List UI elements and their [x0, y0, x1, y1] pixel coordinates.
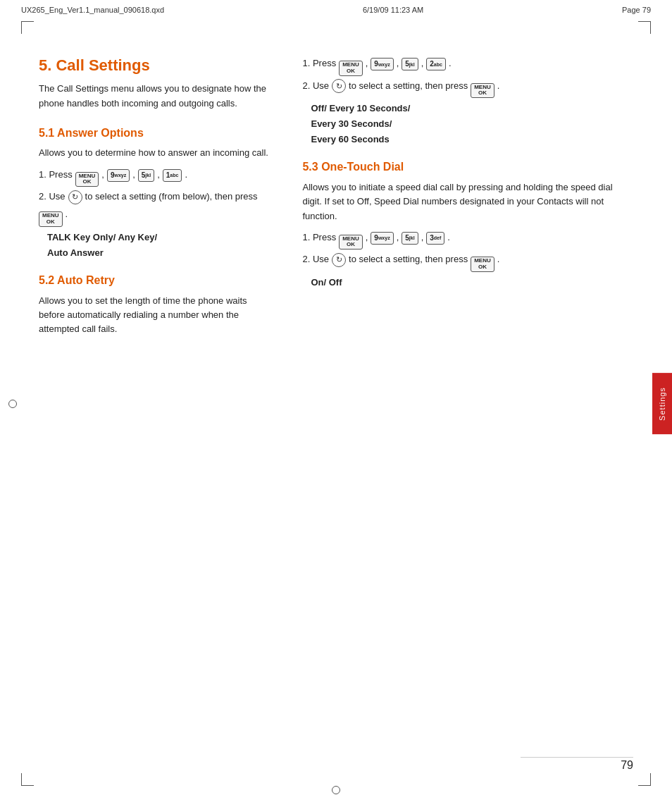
- comma2: ,: [132, 168, 135, 183]
- key-menu-ok-2: MENUOK: [39, 211, 63, 227]
- settings-tab-label: Settings: [658, 387, 666, 421]
- section-5-3-step2: 2. Use ↻ to select a setting, then press…: [302, 252, 633, 272]
- key-menu-ok-5: MENUOK: [339, 235, 363, 250]
- section-5-1-step1: 1. Press MENUOK , 9wxyz , 5jkl , 1abc .: [39, 168, 274, 187]
- key-menu-ok-4: MENUOK: [471, 83, 494, 99]
- section-5-3: 5.3 One-Touch Dial Allows you to initiat…: [302, 160, 633, 290]
- arrow-icon-1: ↻: [68, 190, 82, 204]
- step1-num-5-3: 1. Press: [302, 230, 336, 245]
- header-date: 6/19/09 11:23 AM: [363, 6, 423, 14]
- section-5-2-body: Allows you to set the length of time the…: [39, 294, 274, 336]
- key-menu-ok-3: MENUOK: [339, 61, 363, 76]
- comma-5-3-1: ,: [366, 230, 368, 245]
- comma1: ,: [101, 168, 104, 183]
- section-5-3-body: Allows you to initiate a speed dial call…: [302, 180, 633, 223]
- period-5-3-1: .: [447, 230, 450, 245]
- main-description: The Call Settings menu allows you to des…: [39, 82, 274, 110]
- left-column: 5. Call Settings The Call Settings menu …: [39, 56, 288, 751]
- section-5-2-steps: 1. Press MENUOK , 9wxyz , 5jkl , 2abc . …: [302, 56, 633, 147]
- period1: .: [185, 168, 187, 183]
- header-bar: UX265_Eng_Ver1.1_manual_090618.qxd 6/19/…: [21, 6, 651, 14]
- key-3def-1: 3def: [426, 232, 444, 245]
- step2-text: to select a setting (from below), then p…: [85, 190, 258, 204]
- bottom-separator: [521, 757, 633, 758]
- section-5-3-step1: 1. Press MENUOK , 9wxyz , 5jkl , 3def .: [302, 230, 633, 250]
- section-5-3-title: 5.3 One-Touch Dial: [302, 160, 633, 175]
- key-9wxyz-3: 9wxyz: [371, 232, 393, 245]
- section-5-1-title: 5.1 Answer Options: [39, 126, 274, 141]
- content-area: 5. Call Settings The Call Settings menu …: [39, 56, 633, 751]
- header-filename: UX265_Eng_Ver1.1_manual_090618.qxd: [21, 6, 164, 14]
- key-1abc-1: 1abc: [163, 169, 182, 182]
- comma-r3: ,: [421, 56, 424, 71]
- section-5-2-step1: 1. Press MENUOK , 9wxyz , 5jkl , 2abc .: [302, 56, 633, 76]
- period-5-3-2: .: [497, 252, 500, 267]
- section-5-1: 5.1 Answer Options Allows you to determi…: [39, 126, 274, 261]
- comma-r1: ,: [366, 56, 368, 71]
- comma-r2: ,: [397, 56, 399, 71]
- arrow-icon-2: ↻: [332, 79, 346, 93]
- step2-num: 2. Use: [39, 190, 66, 204]
- comma-5-3-2: ,: [397, 230, 399, 245]
- period-r2: .: [497, 79, 500, 94]
- key-9wxyz-1: 9wxyz: [107, 169, 130, 182]
- corner-mark-tr: [638, 21, 651, 34]
- corner-mark-br: [638, 773, 651, 786]
- right-column: 1. Press MENUOK , 9wxyz , 5jkl , 2abc . …: [288, 56, 633, 751]
- key-menu-ok-6: MENUOK: [471, 257, 494, 272]
- registration-mark-left: [8, 400, 17, 408]
- section-5-2-options: Off/ Every 10 Seconds/Every 30 Seconds/E…: [302, 101, 633, 147]
- section-5-1-step2: 2. Use ↻ to select a setting (from below…: [39, 190, 274, 226]
- key-menu-ok-1: MENUOK: [75, 172, 99, 187]
- key-9wxyz-2: 9wxyz: [371, 58, 393, 70]
- key-5jkl-3: 5jkl: [402, 232, 418, 245]
- section-5-1-options: TALK Key Only/ Any Key/Auto Answer: [39, 230, 274, 261]
- key-5jkl-2: 5jkl: [402, 58, 418, 70]
- arrow-icon-3: ↻: [332, 253, 346, 267]
- step2-num-r: 2. Use: [302, 79, 329, 94]
- comma-5-3-3: ,: [421, 230, 424, 245]
- registration-mark-bottom: [332, 786, 340, 794]
- period-r1: .: [449, 56, 452, 71]
- key-2abc-1: 2abc: [426, 58, 446, 70]
- period2: .: [66, 207, 68, 222]
- step1-num-r: 1. Press: [302, 56, 336, 71]
- section-5-2-step2: 2. Use ↻ to select a setting, then press…: [302, 79, 633, 99]
- section-5-2-title: 5.2 Auto Retry: [39, 273, 274, 288]
- step1-num: 1. Press: [39, 168, 73, 183]
- section-5-2: 5.2 Auto Retry Allows you to set the len…: [39, 273, 274, 336]
- page-container: UX265_Eng_Ver1.1_manual_090618.qxd 6/19/…: [0, 0, 672, 807]
- header-page: Page 79: [622, 6, 651, 14]
- settings-tab: Settings: [652, 373, 672, 435]
- step2-text-5-3: to select a setting, then press: [349, 252, 468, 267]
- comma3: ,: [157, 168, 160, 183]
- section-5-3-options: On/ Off: [302, 275, 633, 290]
- page-number: 79: [621, 759, 633, 772]
- step2-text-r: to select a setting, then press: [349, 79, 468, 94]
- main-title: 5. Call Settings: [39, 56, 274, 75]
- section-5-1-body: Allows you to determine how to answer an…: [39, 146, 274, 160]
- key-5jkl-1: 5jkl: [138, 169, 154, 182]
- step2-num-5-3: 2. Use: [302, 252, 329, 267]
- corner-mark-tl: [21, 21, 34, 34]
- corner-mark-bl: [21, 773, 34, 786]
